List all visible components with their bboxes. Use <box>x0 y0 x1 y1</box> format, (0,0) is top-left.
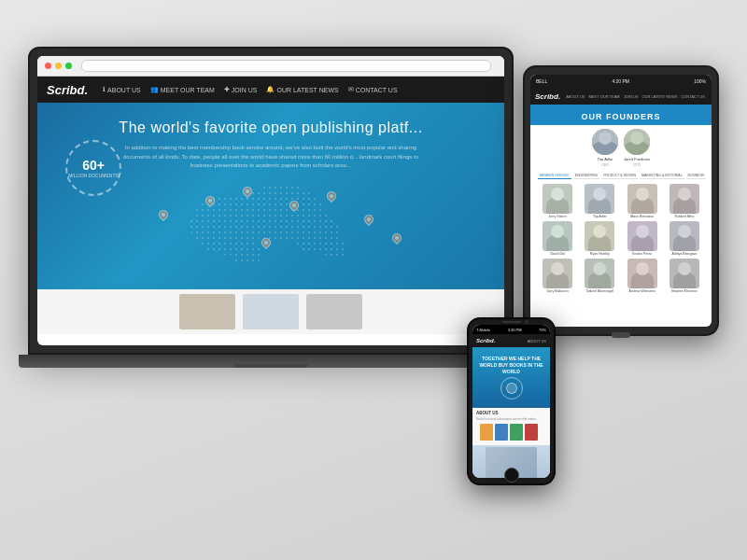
bottom-image <box>243 294 299 329</box>
laptop-navbar: Scribd. ℹ ABOUT US 👥 MEET OUR TEAM ✚ JOI… <box>37 77 504 103</box>
minimize-button[interactable] <box>55 63 62 69</box>
bottom-image <box>306 294 362 329</box>
founder-avatar <box>624 129 650 155</box>
phone-hero-title: TOGETHER WE HELP THE WORLD BUY BOOKS IN … <box>476 356 546 375</box>
compass-inner <box>506 383 517 394</box>
phone-camera <box>525 320 529 324</box>
team-member: Gary Klabzoon <box>538 259 577 293</box>
tablet-home-button[interactable] <box>612 332 630 338</box>
tablet-nav-items: ABOUT US MEET OUR TEAM JOIN US OUR LATES… <box>566 94 705 99</box>
laptop-screen: Scribd. ℹ ABOUT US 👥 MEET OUR TEAM ✚ JOI… <box>37 56 504 345</box>
url-bar[interactable] <box>81 60 491 72</box>
phone-hero: TOGETHER WE HELP THE WORLD BUY BOOKS IN … <box>472 347 550 408</box>
member-name: Stephen Khromov <box>671 289 698 293</box>
member-photo <box>585 259 614 288</box>
member-name: Andrew Weinstein <box>629 289 655 293</box>
team-member: Stephen Khromov <box>665 259 704 293</box>
tablet-nav-about[interactable]: ABOUT US <box>566 94 585 99</box>
member-photo <box>585 184 614 214</box>
scribd-logo: Scribd. <box>535 92 560 101</box>
hero-title: The world's favorite open publishing pla… <box>119 119 422 136</box>
founder-card: Jared Friedman CTO <box>624 129 650 167</box>
tablet-nav-contact[interactable]: CONTACT US <box>681 94 705 99</box>
member-photo <box>669 259 699 288</box>
phone-status-bar: T-Mobile 3:39 PM 79% <box>472 325 550 334</box>
phone-navbar: Scribd. ABOUT US <box>472 334 550 347</box>
phone-books <box>476 422 546 442</box>
team-member: Gabriel Barrenagel <box>580 259 619 293</box>
phone-nav-about[interactable]: ABOUT US <box>528 339 546 343</box>
member-photo <box>543 184 572 214</box>
founders-title: OUR FOUNDERS <box>538 112 704 121</box>
team-member: Jerry Steere <box>538 184 577 218</box>
tablet-battery: 100% <box>694 78 706 84</box>
team-tabs: MEMBER SERVICE ENGINEERING PRODUCT & DES… <box>534 171 708 181</box>
tab-member-service[interactable]: MEMBER SERVICE <box>538 173 571 179</box>
founder-name: Trip Adler <box>598 157 613 161</box>
phone: T-Mobile 3:39 PM 79% Scribd. ABOUT US TO… <box>467 317 556 485</box>
browser-chrome <box>37 56 504 77</box>
member-name: Adthya Bhargava <box>671 252 697 256</box>
tablet-body: BELL 4:20 PM 100% Scribd. ABOUT US MEET … <box>523 65 719 336</box>
member-name: Gabriel Barrenagel <box>586 289 613 293</box>
member-name: Trip Adler <box>593 215 607 218</box>
phone-home-button[interactable] <box>504 468 519 483</box>
nav-news[interactable]: 🔔 OUR LATEST NEWS <box>266 86 338 93</box>
scribd-logo: Scribd. <box>476 338 495 343</box>
phone-about-text: Scribd is a book subscription service th… <box>476 417 546 422</box>
tablet-nav-join[interactable]: JOIN US <box>624 94 639 99</box>
nav-items: ℹ ABOUT US 👥 MEET OUR TEAM ✚ JOIN US 🔔 O… <box>103 86 398 93</box>
tablet-status-bar: BELL 4:20 PM 100% <box>530 75 712 88</box>
phone-battery: 79% <box>539 328 546 332</box>
founder-role: CEO <box>601 163 609 167</box>
phone-time: 3:39 PM <box>508 328 522 332</box>
tab-engineering[interactable]: ENGINEERING <box>573 173 600 179</box>
laptop: Scribd. ℹ ABOUT US 👥 MEET OUR TEAM ✚ JOI… <box>28 47 514 383</box>
maximize-button[interactable] <box>65 63 72 69</box>
close-button[interactable] <box>45 63 51 69</box>
laptop-bottom <box>37 289 504 334</box>
stat-number: 60+ <box>82 158 105 173</box>
tab-marketing[interactable]: MARKETING & EDITORIAL <box>640 173 684 179</box>
stat-bubble: 60+ MILLION DOCUMENTS <box>65 140 121 196</box>
nav-contact[interactable]: ✉ CONTACT US <box>348 86 398 93</box>
member-name: Mario Bertolaso <box>630 215 654 218</box>
bottom-image <box>179 294 235 329</box>
phone-screen: T-Mobile 3:39 PM 79% Scribd. ABOUT US TO… <box>472 325 550 478</box>
member-name: Kristen Perez <box>632 252 652 256</box>
tab-product[interactable]: PRODUCT & DESIGN <box>601 173 638 179</box>
phone-body: T-Mobile 3:39 PM 79% Scribd. ABOUT US TO… <box>467 317 556 485</box>
member-name: Robbert Mins <box>674 215 694 218</box>
team-member: Ryan Heatley <box>580 221 619 256</box>
nav-about[interactable]: ℹ ABOUT US <box>103 86 141 93</box>
phone-carrier: T-Mobile <box>476 328 490 332</box>
tablet-carrier: BELL <box>536 78 547 84</box>
tablet-nav-team[interactable]: MEET OUR TEAM <box>589 94 620 99</box>
team-member: Robbert Mins <box>665 184 704 218</box>
founder-card: Trip Adler CEO <box>592 129 618 167</box>
tablet-nav-news[interactable]: OUR LATEST NEWS <box>641 94 677 99</box>
member-name: David Dal <box>551 252 565 256</box>
member-photo <box>627 221 657 251</box>
tablet-team-section: Trip Adler CEO Jared Friedman <box>530 125 712 300</box>
book-cover <box>510 424 523 441</box>
tablet-time: 4:20 PM <box>612 78 629 84</box>
team-member: Kristen Perez <box>623 221 662 256</box>
book-cover <box>495 424 508 441</box>
founder-role: CTO <box>633 163 640 167</box>
tablet: BELL 4:20 PM 100% Scribd. ABOUT US MEET … <box>523 65 719 336</box>
member-name: Gary Klabzoon <box>547 289 569 293</box>
member-photo <box>627 259 657 288</box>
member-name: Ryan Heatley <box>590 252 610 256</box>
hero-subtitle: In addition to making the best membershi… <box>121 144 420 171</box>
laptop-hero: The world's favorite open publishing pla… <box>37 103 504 289</box>
member-photo <box>669 221 699 251</box>
member-photo <box>585 221 614 251</box>
team-grid: Jerry Steere Trip Adler <box>534 181 708 296</box>
tablet-hero: OUR FOUNDERS <box>530 105 712 125</box>
member-photo <box>627 184 657 214</box>
team-member: Andrew Weinstein <box>623 259 662 293</box>
tab-business[interactable]: BUSINESS <box>686 173 707 179</box>
nav-team[interactable]: 👥 MEET OUR TEAM <box>150 86 215 93</box>
nav-join[interactable]: ✚ JOIN US <box>224 86 258 93</box>
